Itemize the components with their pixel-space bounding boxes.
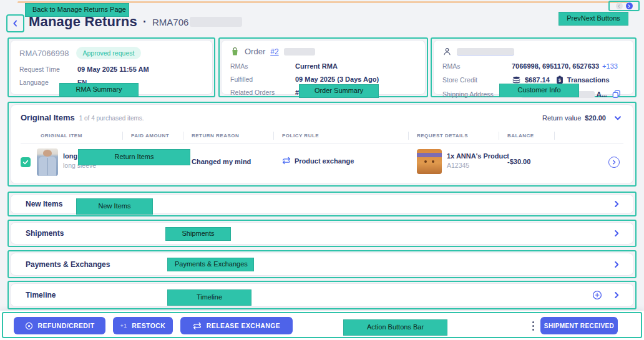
annotation-label-action-bar: Action Buttons Bar	[343, 319, 447, 336]
annotation-box-original-items: Original Items 1 of 4 purchased items. R…	[7, 102, 637, 187]
request-time-value: 09 May 2025 11:55 AM	[77, 66, 149, 73]
chevron-right-icon	[612, 160, 617, 165]
fulfilled-value: 09 May 2025 (3 Days Ago)	[295, 75, 379, 83]
order-bag-icon	[230, 47, 240, 56]
add-timeline-entry-button[interactable]	[592, 290, 602, 300]
col-request-details: REQUEST DETAILS	[417, 133, 468, 138]
original-item-image	[37, 148, 58, 176]
annotation-box-back	[6, 14, 24, 32]
fulfilled-label: Fulfilled	[230, 75, 295, 83]
request-item-name: 1x ANNA's Product	[447, 152, 509, 160]
rmas-more-link[interactable]: +133	[602, 62, 618, 70]
chevron-right-icon[interactable]	[612, 260, 621, 269]
timeline-title: Timeline	[26, 291, 56, 299]
chevron-down-icon	[613, 114, 622, 122]
annotation-label-customer-info: Customer Info	[499, 84, 579, 97]
transactions-link[interactable]: Transactions	[567, 76, 610, 84]
chevron-right-icon[interactable]	[612, 291, 621, 299]
copy-icon	[612, 90, 621, 99]
store-credit-value: $687.14	[525, 76, 550, 84]
rma-id: RMA7066998	[19, 49, 69, 58]
annotation-label-back: Back to Manage Returns Page	[25, 3, 129, 17]
plus-one-icon: +1	[120, 323, 127, 329]
annotation-box-timeline: Timeline	[7, 281, 637, 309]
check-icon	[22, 159, 29, 165]
transactions-icon: $	[556, 75, 564, 84]
payments-exchanges-section[interactable]: Payments & Exchanges	[10, 253, 634, 276]
exchange-icon	[193, 322, 202, 330]
policy-rule-text: Product exchange	[295, 157, 354, 165]
back-button[interactable]	[11, 19, 19, 27]
request-time-label: Request Time	[19, 66, 77, 73]
chevron-right-icon[interactable]	[612, 229, 621, 238]
shipment-received-button[interactable]: SHIPMENT RECEIVED	[540, 317, 618, 334]
collapse-original-items-button[interactable]	[613, 114, 622, 122]
store-credit-label: Store Credit	[442, 76, 512, 84]
order-card-title: Order	[245, 47, 265, 56]
original-items-subtitle: 1 of 4 purchased items.	[79, 115, 144, 122]
request-item-image	[417, 149, 442, 174]
original-items-title: Original Items	[21, 113, 75, 122]
annotation-label-payments: Payments & Exchanges	[167, 258, 254, 271]
new-items-title: New Items	[26, 200, 62, 208]
col-paid-amount: PAID AMOUNT	[131, 133, 169, 138]
policy-rule-value: Product exchange	[282, 157, 354, 165]
original-items-table-header: ORIGINAL ITEM PAID AMOUNT RETURN REASON …	[21, 129, 623, 144]
status-badge: Approved request	[76, 47, 142, 59]
coins-icon	[512, 76, 521, 84]
exchange-icon	[282, 157, 291, 165]
item-checkbox[interactable]	[21, 157, 31, 167]
release-exchange-button[interactable]: RELEASE EXCHANGE	[180, 317, 293, 334]
col-balance: BALANCE	[507, 133, 534, 138]
request-item-sku: A12345	[447, 162, 509, 169]
copy-address-button[interactable]	[612, 90, 621, 99]
shipments-section[interactable]: Shipments	[10, 222, 634, 245]
annotation-box-payments: Payments & Exchanges	[7, 250, 637, 278]
item-details-button[interactable]	[608, 157, 620, 168]
related-orders-label: Related Orders	[230, 89, 295, 96]
back-chevron-icon	[11, 19, 19, 27]
timeline-section[interactable]: Timeline	[10, 283, 634, 307]
order-rmas-value: Current RMA	[295, 62, 338, 70]
col-policy-rule: POLICY RULE	[282, 133, 319, 138]
redacted-customer-name-link[interactable]	[457, 48, 514, 56]
col-original-item: ORIGINAL ITEM	[41, 133, 82, 138]
customer-icon	[442, 47, 452, 56]
chevron-right-icon[interactable]	[612, 200, 621, 208]
order-number-link[interactable]: #2	[270, 47, 278, 56]
return-value-label: Return value	[542, 114, 581, 122]
annotation-box-shipments: Shipments	[7, 220, 637, 247]
restock-button[interactable]: +1 RESTOCK	[113, 317, 173, 334]
annotation-label-prevnext: PrevNext Buttons	[559, 12, 628, 26]
annotation-label-timeline: Timeline	[167, 289, 251, 306]
manage-returns-page: PrevNext Buttons Back to Manage Returns …	[0, 0, 644, 340]
col-return-reason: RETURN REASON	[192, 133, 239, 138]
chevron-left-icon	[617, 4, 621, 8]
annotation-label-new-items: New Items	[76, 198, 153, 215]
svg-text:$: $	[559, 78, 561, 83]
refund-credit-button[interactable]: REFUND/CREDIT	[14, 317, 105, 334]
balance-value: -$30.00	[507, 158, 530, 165]
redacted-order-number	[284, 48, 315, 56]
rma-number: RMA706	[152, 17, 188, 27]
annotation-label-rma-summary: RMA Summary	[59, 83, 139, 97]
original-items-section: Original Items 1 of 4 purchased items. R…	[10, 104, 634, 184]
customer-rmas-label: RMAs	[442, 62, 512, 70]
title-separator: ·	[143, 16, 147, 29]
order-rmas-label: RMAs	[230, 62, 295, 70]
payments-exchanges-title: Payments & Exchanges	[26, 260, 110, 269]
customer-rmas-value: 7066998, 6951170, 6527633	[512, 62, 599, 70]
shipping-address-end: A...	[597, 90, 607, 98]
action-buttons-bar: REFUND/CREDIT +1 RESTOCK RELEASE EXCHANG…	[0, 311, 644, 340]
annotation-label-return-items: Return Items	[78, 149, 190, 165]
more-actions-button[interactable]	[527, 318, 539, 333]
prev-rma-button[interactable]	[616, 2, 623, 9]
return-reason-value: Changed my mind	[192, 158, 251, 165]
return-value-amount: $20.00	[585, 114, 606, 122]
chevron-right-icon	[627, 4, 631, 8]
redacted-rma-suffix	[190, 17, 242, 27]
shipments-title: Shipments	[26, 229, 64, 238]
annotation-label-order-summary: Order Summary	[299, 84, 379, 98]
refund-coin-icon	[25, 322, 33, 330]
next-rma-button[interactable]	[626, 2, 633, 9]
